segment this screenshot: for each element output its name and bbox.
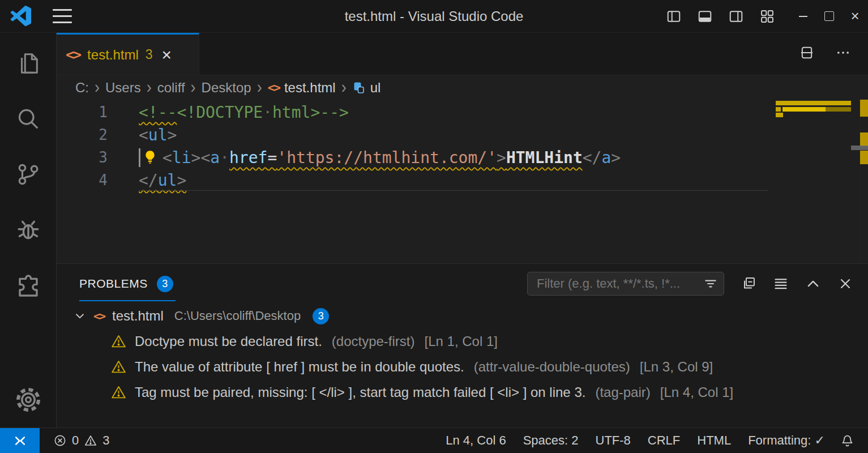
ruler-warning-mark xyxy=(860,151,868,164)
tab-test-html[interactable]: <> test.html 3 × xyxy=(57,33,199,75)
chevron-right-icon: › xyxy=(190,78,196,98)
code-token: · xyxy=(220,148,229,167)
more-actions-icon[interactable] xyxy=(835,45,851,63)
code-token: a xyxy=(601,148,611,167)
eol-setting[interactable]: CRLF xyxy=(639,433,689,448)
code-token: ul xyxy=(148,126,168,144)
problem-message: Tag must be paired, missing: [ </li> ], … xyxy=(135,384,585,400)
maximize-panel-icon[interactable] xyxy=(805,276,821,292)
breadcrumb-users[interactable]: Users xyxy=(105,80,141,96)
scrollbar-thumb[interactable] xyxy=(851,146,868,150)
formatting-status[interactable]: Formatting: ✓ xyxy=(739,433,833,448)
line-number[interactable]: 3 xyxy=(57,146,108,169)
breadcrumb-file[interactable]: <> test.html xyxy=(268,80,336,96)
minimap[interactable] xyxy=(773,100,852,263)
cursor-position[interactable]: Ln 4, Col 6 xyxy=(437,433,514,448)
breadcrumb-desktop[interactable]: Desktop xyxy=(202,80,251,96)
code-token: > xyxy=(177,171,186,190)
breadcrumb-drive[interactable]: C: xyxy=(75,80,89,96)
code-line[interactable]: 3 <li><a·href='https://htmlhint.com/'>HT… xyxy=(57,146,868,169)
breadcrumb-symbol-label: ul xyxy=(370,80,381,96)
lightbulb-icon[interactable] xyxy=(142,149,159,166)
view-as-list-icon[interactable] xyxy=(773,276,789,292)
minimize-button[interactable] xyxy=(790,0,816,33)
problem-item[interactable]: Tag must be paired, missing: [ </li> ], … xyxy=(57,379,868,405)
filter-input[interactable] xyxy=(536,276,703,292)
problem-item[interactable]: Doctype must be declared first. (doctype… xyxy=(57,328,868,354)
titlebar-controls: × xyxy=(666,0,868,32)
text-cursor xyxy=(139,148,140,167)
breadcrumb-symbol[interactable]: ul xyxy=(352,80,381,96)
problem-item[interactable]: The value of attribute [ href ] must be … xyxy=(57,354,868,379)
settings-gear-icon[interactable] xyxy=(0,372,56,428)
warning-icon xyxy=(111,334,126,349)
language-mode[interactable]: HTML xyxy=(689,433,739,448)
line-number[interactable]: 2 xyxy=(57,123,108,146)
line-content[interactable]: </ul> xyxy=(108,169,186,191)
vscode-logo-icon xyxy=(10,6,31,27)
code-line[interactable]: 2<ul> xyxy=(57,123,868,146)
line-content[interactable]: <li><a·href='https://htmlhint.com/'>HTML… xyxy=(108,146,621,169)
source-control-icon[interactable] xyxy=(0,147,56,202)
code-line[interactable]: 1<!--<!DOCTYPE·html>--> xyxy=(57,101,868,123)
toggle-panel-icon[interactable] xyxy=(697,8,713,24)
filter-funnel-icon[interactable] xyxy=(703,276,718,291)
breadcrumb: C: › Users › coliff › Desktop › <> test.… xyxy=(57,75,868,100)
encoding-setting[interactable]: UTF-8 xyxy=(587,433,639,448)
code-token: · xyxy=(263,103,272,122)
search-icon[interactable] xyxy=(0,91,56,147)
status-problems[interactable]: 0 3 xyxy=(53,433,110,448)
chevron-right-icon: › xyxy=(341,78,347,98)
code-token: > xyxy=(497,148,506,167)
minimap-warning-mark xyxy=(826,107,851,112)
menu-hamburger-icon[interactable] xyxy=(53,9,72,23)
formatting-label: Formatting: xyxy=(748,433,811,447)
indentation-setting[interactable]: Spaces: 2 xyxy=(515,433,587,448)
line-number[interactable]: 1 xyxy=(57,101,108,123)
ruler-warning-mark xyxy=(860,100,868,117)
problem-location: [Ln 4, Col 1] xyxy=(660,384,733,400)
line-number[interactable]: 4 xyxy=(57,169,108,191)
explorer-icon[interactable] xyxy=(0,36,56,91)
tab-close-icon[interactable]: × xyxy=(162,46,172,63)
line-content[interactable]: <!--<!DOCTYPE·html>--> xyxy=(108,101,349,123)
ruler-warning-mark xyxy=(860,133,868,146)
chevron-down-icon xyxy=(74,310,86,322)
file-group-name: test.html xyxy=(112,308,164,324)
maximize-button[interactable] xyxy=(816,0,842,33)
activity-bar xyxy=(0,33,57,428)
toggle-secondary-sidebar-icon[interactable] xyxy=(728,8,744,24)
tab-problems[interactable]: PROBLEMS 3 xyxy=(79,267,176,301)
chevron-right-icon: › xyxy=(146,78,152,98)
remote-indicator[interactable] xyxy=(0,428,40,453)
problems-file-group[interactable]: <> test.html C:\Users\coliff\Desktop 3 xyxy=(57,304,868,328)
minimap-warning-mark xyxy=(776,113,783,117)
close-window-button[interactable]: × xyxy=(842,0,868,33)
customize-layout-icon[interactable] xyxy=(759,8,775,24)
collapse-all-icon[interactable] xyxy=(741,276,756,292)
code-token: < xyxy=(163,148,172,167)
code-line[interactable]: 4</ul> xyxy=(57,169,868,191)
close-panel-icon[interactable] xyxy=(837,276,853,292)
error-count-icon xyxy=(53,434,67,447)
code-editor[interactable]: 1<!--<!DOCTYPE·html>-->2<ul>3 <li><a·hre… xyxy=(57,100,868,263)
code-token: = xyxy=(267,148,277,167)
split-editor-icon[interactable] xyxy=(799,45,815,63)
problems-filter[interactable] xyxy=(527,272,724,296)
error-count: 0 xyxy=(72,433,79,448)
breadcrumb-file-label: test.html xyxy=(284,80,336,96)
html-file-icon: <> xyxy=(66,46,80,63)
notifications-bell-icon[interactable] xyxy=(833,434,863,448)
tab-label: test.html xyxy=(87,47,139,63)
code-token: < xyxy=(200,148,210,167)
line-content[interactable]: <ul> xyxy=(108,123,177,146)
toggle-sidebar-icon[interactable] xyxy=(666,8,682,24)
breadcrumb-coliff[interactable]: coliff xyxy=(157,80,185,96)
extensions-icon[interactable] xyxy=(0,258,56,313)
run-and-debug-icon[interactable] xyxy=(0,202,56,258)
chevron-right-icon: › xyxy=(94,78,100,98)
overview-ruler xyxy=(860,100,868,263)
code-action-slot xyxy=(139,148,163,167)
warning-icon xyxy=(111,384,126,400)
code-token: li xyxy=(172,148,191,167)
